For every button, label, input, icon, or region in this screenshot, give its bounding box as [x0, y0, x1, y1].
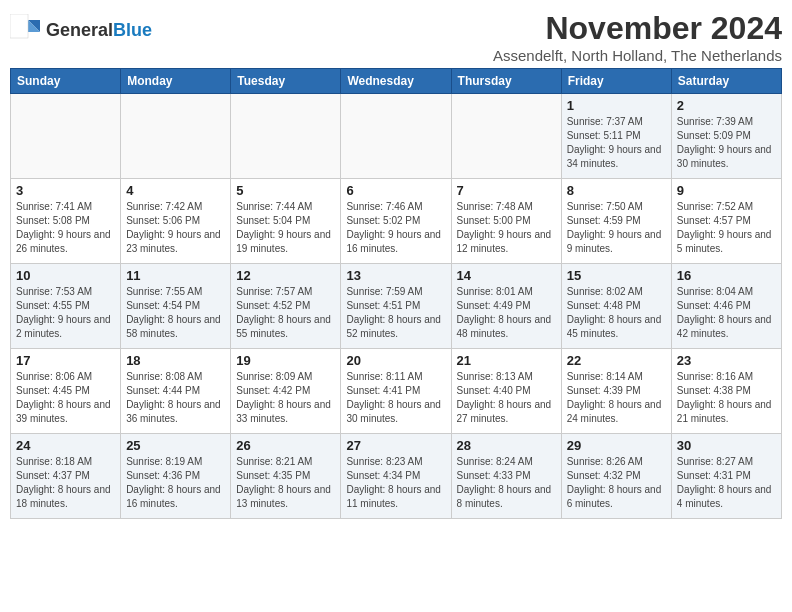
day-number: 26 — [236, 438, 335, 453]
calendar-cell: 3Sunrise: 7:41 AM Sunset: 5:08 PM Daylig… — [11, 179, 121, 264]
day-info: Sunrise: 7:37 AM Sunset: 5:11 PM Dayligh… — [567, 115, 666, 171]
day-number: 1 — [567, 98, 666, 113]
day-info: Sunrise: 7:52 AM Sunset: 4:57 PM Dayligh… — [677, 200, 776, 256]
calendar-cell — [341, 94, 451, 179]
calendar-cell: 15Sunrise: 8:02 AM Sunset: 4:48 PM Dayli… — [561, 264, 671, 349]
calendar-cell: 24Sunrise: 8:18 AM Sunset: 4:37 PM Dayli… — [11, 434, 121, 519]
day-info: Sunrise: 7:42 AM Sunset: 5:06 PM Dayligh… — [126, 200, 225, 256]
calendar-cell: 7Sunrise: 7:48 AM Sunset: 5:00 PM Daylig… — [451, 179, 561, 264]
day-info: Sunrise: 8:23 AM Sunset: 4:34 PM Dayligh… — [346, 455, 445, 511]
calendar-week-3: 10Sunrise: 7:53 AM Sunset: 4:55 PM Dayli… — [11, 264, 782, 349]
logo-icon — [10, 14, 42, 46]
day-info: Sunrise: 8:16 AM Sunset: 4:38 PM Dayligh… — [677, 370, 776, 426]
calendar-cell: 14Sunrise: 8:01 AM Sunset: 4:49 PM Dayli… — [451, 264, 561, 349]
day-number: 24 — [16, 438, 115, 453]
calendar-cell: 2Sunrise: 7:39 AM Sunset: 5:09 PM Daylig… — [671, 94, 781, 179]
calendar-cell: 25Sunrise: 8:19 AM Sunset: 4:36 PM Dayli… — [121, 434, 231, 519]
day-info: Sunrise: 7:50 AM Sunset: 4:59 PM Dayligh… — [567, 200, 666, 256]
day-number: 13 — [346, 268, 445, 283]
calendar-cell: 5Sunrise: 7:44 AM Sunset: 5:04 PM Daylig… — [231, 179, 341, 264]
day-number: 17 — [16, 353, 115, 368]
day-number: 20 — [346, 353, 445, 368]
calendar-cell: 21Sunrise: 8:13 AM Sunset: 4:40 PM Dayli… — [451, 349, 561, 434]
calendar-cell: 10Sunrise: 7:53 AM Sunset: 4:55 PM Dayli… — [11, 264, 121, 349]
day-number: 2 — [677, 98, 776, 113]
day-info: Sunrise: 7:48 AM Sunset: 5:00 PM Dayligh… — [457, 200, 556, 256]
svg-rect-3 — [10, 14, 28, 38]
day-info: Sunrise: 7:46 AM Sunset: 5:02 PM Dayligh… — [346, 200, 445, 256]
day-number: 8 — [567, 183, 666, 198]
logo-blue-text: Blue — [113, 20, 152, 40]
calendar-cell: 13Sunrise: 7:59 AM Sunset: 4:51 PM Dayli… — [341, 264, 451, 349]
day-info: Sunrise: 8:18 AM Sunset: 4:37 PM Dayligh… — [16, 455, 115, 511]
day-info: Sunrise: 7:59 AM Sunset: 4:51 PM Dayligh… — [346, 285, 445, 341]
day-info: Sunrise: 7:55 AM Sunset: 4:54 PM Dayligh… — [126, 285, 225, 341]
day-number: 15 — [567, 268, 666, 283]
day-number: 12 — [236, 268, 335, 283]
calendar-week-2: 3Sunrise: 7:41 AM Sunset: 5:08 PM Daylig… — [11, 179, 782, 264]
calendar-week-4: 17Sunrise: 8:06 AM Sunset: 4:45 PM Dayli… — [11, 349, 782, 434]
weekday-header-tuesday: Tuesday — [231, 69, 341, 94]
calendar-table: SundayMondayTuesdayWednesdayThursdayFrid… — [10, 68, 782, 519]
calendar-body: 1Sunrise: 7:37 AM Sunset: 5:11 PM Daylig… — [11, 94, 782, 519]
day-number: 22 — [567, 353, 666, 368]
day-number: 3 — [16, 183, 115, 198]
weekday-header-thursday: Thursday — [451, 69, 561, 94]
day-number: 11 — [126, 268, 225, 283]
day-info: Sunrise: 8:27 AM Sunset: 4:31 PM Dayligh… — [677, 455, 776, 511]
day-number: 16 — [677, 268, 776, 283]
day-number: 21 — [457, 353, 556, 368]
calendar-cell: 9Sunrise: 7:52 AM Sunset: 4:57 PM Daylig… — [671, 179, 781, 264]
day-number: 28 — [457, 438, 556, 453]
calendar-cell: 16Sunrise: 8:04 AM Sunset: 4:46 PM Dayli… — [671, 264, 781, 349]
day-info: Sunrise: 8:09 AM Sunset: 4:42 PM Dayligh… — [236, 370, 335, 426]
day-info: Sunrise: 8:19 AM Sunset: 4:36 PM Dayligh… — [126, 455, 225, 511]
day-info: Sunrise: 8:06 AM Sunset: 4:45 PM Dayligh… — [16, 370, 115, 426]
day-info: Sunrise: 7:44 AM Sunset: 5:04 PM Dayligh… — [236, 200, 335, 256]
calendar-cell: 1Sunrise: 7:37 AM Sunset: 5:11 PM Daylig… — [561, 94, 671, 179]
calendar-cell: 12Sunrise: 7:57 AM Sunset: 4:52 PM Dayli… — [231, 264, 341, 349]
logo: GeneralBlue — [10, 14, 152, 46]
calendar-cell: 6Sunrise: 7:46 AM Sunset: 5:02 PM Daylig… — [341, 179, 451, 264]
calendar-cell: 20Sunrise: 8:11 AM Sunset: 4:41 PM Dayli… — [341, 349, 451, 434]
calendar-cell — [231, 94, 341, 179]
weekday-header-friday: Friday — [561, 69, 671, 94]
day-info: Sunrise: 7:53 AM Sunset: 4:55 PM Dayligh… — [16, 285, 115, 341]
day-info: Sunrise: 8:11 AM Sunset: 4:41 PM Dayligh… — [346, 370, 445, 426]
day-number: 5 — [236, 183, 335, 198]
day-info: Sunrise: 8:14 AM Sunset: 4:39 PM Dayligh… — [567, 370, 666, 426]
logo-general-text: General — [46, 20, 113, 40]
weekday-header-saturday: Saturday — [671, 69, 781, 94]
day-number: 30 — [677, 438, 776, 453]
day-number: 4 — [126, 183, 225, 198]
calendar-cell — [451, 94, 561, 179]
day-number: 6 — [346, 183, 445, 198]
day-info: Sunrise: 8:01 AM Sunset: 4:49 PM Dayligh… — [457, 285, 556, 341]
calendar-header: SundayMondayTuesdayWednesdayThursdayFrid… — [11, 69, 782, 94]
day-number: 25 — [126, 438, 225, 453]
calendar-cell — [11, 94, 121, 179]
day-info: Sunrise: 8:26 AM Sunset: 4:32 PM Dayligh… — [567, 455, 666, 511]
calendar-cell: 17Sunrise: 8:06 AM Sunset: 4:45 PM Dayli… — [11, 349, 121, 434]
day-info: Sunrise: 8:04 AM Sunset: 4:46 PM Dayligh… — [677, 285, 776, 341]
calendar-week-5: 24Sunrise: 8:18 AM Sunset: 4:37 PM Dayli… — [11, 434, 782, 519]
day-info: Sunrise: 8:08 AM Sunset: 4:44 PM Dayligh… — [126, 370, 225, 426]
month-title: November 2024 — [493, 10, 782, 47]
day-number: 29 — [567, 438, 666, 453]
day-number: 9 — [677, 183, 776, 198]
calendar-cell: 27Sunrise: 8:23 AM Sunset: 4:34 PM Dayli… — [341, 434, 451, 519]
location: Assendelft, North Holland, The Netherlan… — [493, 47, 782, 64]
calendar-cell: 30Sunrise: 8:27 AM Sunset: 4:31 PM Dayli… — [671, 434, 781, 519]
day-info: Sunrise: 7:41 AM Sunset: 5:08 PM Dayligh… — [16, 200, 115, 256]
calendar-cell: 19Sunrise: 8:09 AM Sunset: 4:42 PM Dayli… — [231, 349, 341, 434]
weekday-header-sunday: Sunday — [11, 69, 121, 94]
weekday-header-wednesday: Wednesday — [341, 69, 451, 94]
day-number: 7 — [457, 183, 556, 198]
day-info: Sunrise: 7:39 AM Sunset: 5:09 PM Dayligh… — [677, 115, 776, 171]
weekday-header-monday: Monday — [121, 69, 231, 94]
day-info: Sunrise: 8:13 AM Sunset: 4:40 PM Dayligh… — [457, 370, 556, 426]
calendar-cell: 28Sunrise: 8:24 AM Sunset: 4:33 PM Dayli… — [451, 434, 561, 519]
day-number: 10 — [16, 268, 115, 283]
day-info: Sunrise: 7:57 AM Sunset: 4:52 PM Dayligh… — [236, 285, 335, 341]
calendar-cell: 26Sunrise: 8:21 AM Sunset: 4:35 PM Dayli… — [231, 434, 341, 519]
